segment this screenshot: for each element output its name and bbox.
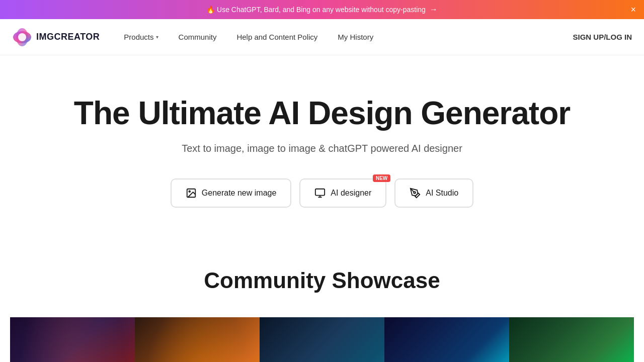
nav-links: Products ▾ Community Help and Content Po… [116, 29, 573, 45]
auth-button[interactable]: SIGN UP/LOG IN [573, 33, 632, 41]
nav-products[interactable]: Products ▾ [116, 29, 166, 45]
banner-arrow: → [430, 5, 438, 14]
svg-rect-5 [315, 189, 325, 196]
gallery-item-3[interactable] [260, 317, 384, 362]
products-chevron-icon: ▾ [156, 34, 158, 40]
svg-point-4 [189, 191, 190, 193]
community-gallery [10, 317, 634, 362]
gallery-image-1 [10, 317, 135, 362]
nav-history[interactable]: My History [330, 29, 381, 45]
ai-designer-button[interactable]: AI designer NEW [299, 178, 386, 208]
banner-close-button[interactable]: × [630, 5, 636, 14]
generate-image-button[interactable]: Generate new image [171, 178, 292, 208]
logo-icon [12, 27, 32, 47]
announcement-banner: 🔥 Use ChatGPT, Bard, and Bing on any web… [0, 0, 644, 19]
nav-community[interactable]: Community [171, 29, 225, 45]
gallery-image-5 [509, 317, 634, 362]
gallery-image-3 [260, 317, 384, 362]
gallery-image-2 [135, 317, 260, 362]
logo-link[interactable]: IMGCREATOR [12, 27, 100, 47]
gallery-item-4[interactable] [384, 317, 509, 362]
banner-text: 🔥 Use ChatGPT, Bard, and Bing on any web… [206, 6, 426, 14]
hero-section: The Ultimate AI Design Generator Text to… [0, 55, 644, 238]
gallery-image-4 [384, 317, 509, 362]
main-nav: IMGCREATOR Products ▾ Community Help and… [0, 19, 644, 55]
community-section: Community Showcase [0, 238, 644, 362]
gallery-item-5[interactable] [509, 317, 634, 362]
designer-icon [314, 188, 326, 199]
nav-help[interactable]: Help and Content Policy [228, 29, 326, 45]
hero-title: The Ultimate AI Design Generator [10, 96, 634, 131]
community-title: Community Showcase [10, 268, 634, 293]
svg-point-2 [18, 33, 26, 41]
hero-buttons: Generate new image AI designer NEW AI St… [10, 178, 634, 208]
logo-text: IMGCREATOR [36, 32, 100, 42]
hero-subtitle: Text to image, image to image & chatGPT … [10, 143, 634, 154]
new-badge: NEW [373, 174, 390, 182]
gallery-item-1[interactable] [10, 317, 135, 362]
studio-icon [410, 188, 421, 199]
gallery-item-2[interactable] [135, 317, 260, 362]
ai-studio-button[interactable]: AI Studio [394, 178, 473, 208]
svg-point-8 [414, 192, 416, 194]
image-icon [186, 188, 197, 199]
